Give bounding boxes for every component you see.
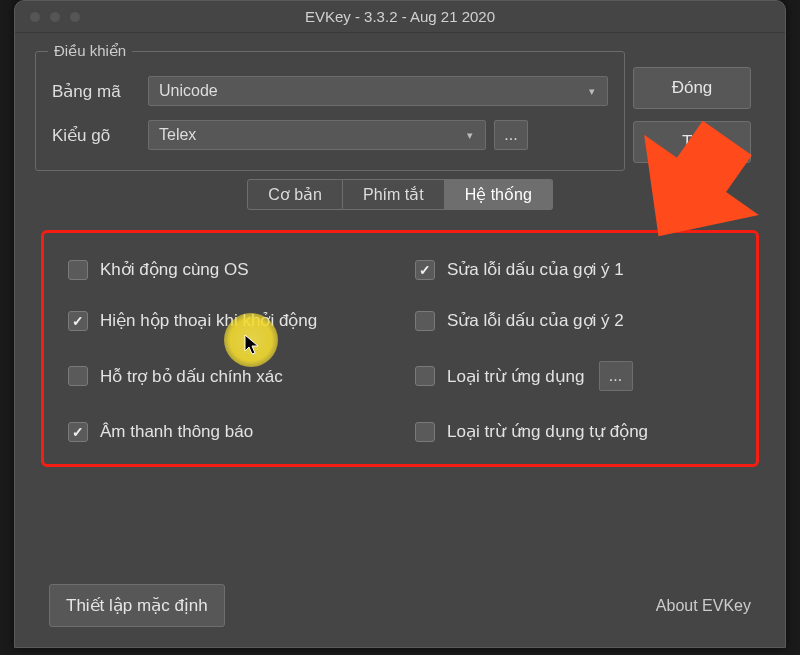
checkbox-fix-hint-2[interactable]: Sửa lỗi dấu của gợi ý 2: [415, 310, 732, 331]
footer: Thiết lập mặc định About EVKey: [15, 584, 785, 627]
app-window: EVKey - 3.3.2 - Aug 21 2020 Điều khiển B…: [14, 0, 786, 648]
checkbox-icon: [68, 366, 88, 386]
checkbox-icon: [68, 260, 88, 280]
checkbox-label: Âm thanh thông báo: [100, 422, 253, 442]
input-method-select[interactable]: Telex ▾: [148, 120, 486, 150]
checkbox-label: Loại trừ ứng dụng tự động: [447, 421, 648, 442]
checkbox-icon: [68, 422, 88, 442]
checkbox-exclude-app[interactable]: Loại trừ ứng dụng ...: [415, 361, 732, 391]
control-group-legend: Điều khiển: [48, 42, 132, 60]
zoom-window-icon[interactable]: [69, 11, 81, 23]
tab-basic[interactable]: Cơ bản: [247, 179, 343, 210]
checkbox-icon: [415, 260, 435, 280]
checkbox-label: Hiện hộp thoại khi khởi động: [100, 310, 317, 331]
tab-shortcuts[interactable]: Phím tắt: [343, 179, 445, 210]
tab-system[interactable]: Hệ thống: [445, 179, 553, 210]
checkbox-label: Loại trừ ứng dụng: [447, 366, 585, 387]
input-method-more-button[interactable]: ...: [494, 120, 528, 150]
checkbox-start-with-os[interactable]: Khởi động cùng OS: [68, 259, 385, 280]
checkbox-label: Khởi động cùng OS: [100, 259, 249, 280]
about-link[interactable]: About EVKey: [656, 597, 751, 615]
titlebar: EVKey - 3.3.2 - Aug 21 2020: [15, 1, 785, 33]
encoding-value: Unicode: [159, 82, 218, 100]
chevron-down-icon: ▾: [583, 82, 601, 100]
exclude-app-config-button[interactable]: ...: [599, 361, 633, 391]
close-window-icon[interactable]: [29, 11, 41, 23]
checkbox-label: Sửa lỗi dấu của gợi ý 2: [447, 310, 624, 331]
checkbox-icon: [415, 422, 435, 442]
checkbox-icon: [68, 311, 88, 331]
minimize-window-icon[interactable]: [49, 11, 61, 23]
checkbox-icon: [415, 366, 435, 386]
checkbox-exclude-app-auto[interactable]: Loại trừ ứng dụng tự động: [415, 421, 732, 442]
encoding-row: Bảng mã Unicode ▾: [52, 76, 608, 106]
checkbox-show-dialog-startup[interactable]: Hiện hộp thoại khi khởi động: [68, 310, 385, 331]
checkbox-icon: [415, 311, 435, 331]
window-controls: [15, 11, 81, 23]
encoding-label: Bảng mã: [52, 81, 148, 102]
checkbox-sound-notification[interactable]: Âm thanh thông báo: [68, 421, 385, 442]
chevron-down-icon: ▾: [461, 126, 479, 144]
input-method-label: Kiểu gõ: [52, 125, 148, 146]
close-button[interactable]: Đóng: [633, 67, 751, 109]
checkbox-fix-hint-1[interactable]: Sửa lỗi dấu của gợi ý 1: [415, 259, 732, 280]
more-button[interactable]: Th: [633, 121, 751, 163]
checkbox-label: Hỗ trợ bỏ dấu chính xác: [100, 366, 283, 387]
encoding-select[interactable]: Unicode ▾: [148, 76, 608, 106]
side-buttons: Đóng Th: [633, 67, 751, 163]
control-group: Điều khiển Bảng mã Unicode ▾ Kiểu gõ Tel…: [35, 51, 625, 171]
system-settings-panel: Khởi động cùng OS Sửa lỗi dấu của gợi ý …: [41, 230, 759, 467]
input-method-row: Kiểu gõ Telex ▾ ...: [52, 120, 608, 150]
tab-bar: Cơ bản Phím tắt Hệ thống: [15, 179, 785, 210]
defaults-button[interactable]: Thiết lập mặc định: [49, 584, 225, 627]
checkbox-accurate-diacritics[interactable]: Hỗ trợ bỏ dấu chính xác: [68, 361, 385, 391]
window-title: EVKey - 3.3.2 - Aug 21 2020: [15, 8, 785, 25]
checkbox-label: Sửa lỗi dấu của gợi ý 1: [447, 259, 624, 280]
input-method-value: Telex: [159, 126, 196, 144]
